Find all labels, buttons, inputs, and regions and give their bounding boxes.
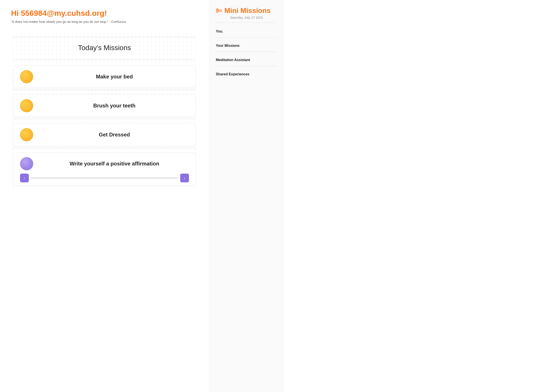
sidebar-header: 9≡ Mini Missions <box>216 7 277 15</box>
missions-section: Today's Missions Make your bed Brush you… <box>11 32 198 192</box>
mission-card-2[interactable]: Brush your teeth <box>13 95 196 117</box>
mission-dot-2 <box>20 99 33 112</box>
mission-card-1[interactable]: Make your bed <box>13 65 196 88</box>
sidebar-nav-you[interactable]: You. <box>216 27 277 36</box>
divider-1 <box>13 90 196 90</box>
divider-2 <box>13 119 196 119</box>
mission-4-top: Write yourself a positive affirmation <box>20 157 189 170</box>
sidebar-nav-meditation[interactable]: Meditation Assistant <box>216 56 277 64</box>
sidebar-nav-your-missions[interactable]: Your Missions <box>216 42 277 50</box>
nav-prev-button[interactable]: ‹ <box>20 174 29 182</box>
sidebar-nav-shared[interactable]: Shared Experiences <box>216 70 277 79</box>
nav-next-button[interactable]: › <box>180 174 189 182</box>
mission-label-1: Make your bed <box>40 74 189 80</box>
main-content: Hi 556984@my.cuhsd.org! "It does not mat… <box>0 0 209 392</box>
divider-3 <box>13 148 196 148</box>
mission-card-3[interactable]: Get Dressed <box>13 123 196 146</box>
mission-label-4: Write yourself a positive affirmation <box>40 161 189 167</box>
mission-label-2: Brush your teeth <box>40 103 189 109</box>
sidebar-divider-3 <box>216 66 277 66</box>
sidebar-title: Mini Missions <box>224 7 271 15</box>
sidebar-date: Saturday, July, 27 2024 <box>216 16 277 23</box>
sidebar-divider-2 <box>216 52 277 52</box>
mission-card-4[interactable]: Write yourself a positive affirmation ‹ … <box>13 153 196 186</box>
mission-dot-1 <box>20 70 33 83</box>
quote-text: "It does not matter how slowly you go as… <box>11 20 198 23</box>
top-divider <box>13 37 196 37</box>
sidebar-divider-1 <box>216 37 277 37</box>
mission-nav-bar: ‹ › <box>20 174 189 182</box>
nav-track <box>31 177 178 179</box>
missions-title: Today's Missions <box>13 42 196 54</box>
mini-missions-icon: 9≡ <box>216 8 222 14</box>
mission-label-3: Get Dressed <box>40 132 189 138</box>
mission-dot-4 <box>20 157 33 170</box>
sidebar: 9≡ Mini Missions Saturday, July, 27 2024… <box>209 0 284 392</box>
greeting-heading: Hi 556984@my.cuhsd.org! <box>11 9 198 18</box>
bottom-divider <box>13 59 196 60</box>
mission-dot-3 <box>20 128 33 141</box>
